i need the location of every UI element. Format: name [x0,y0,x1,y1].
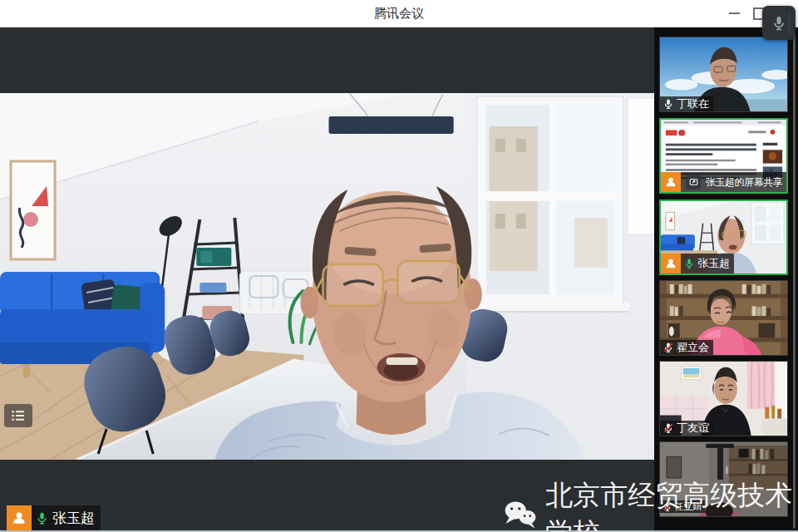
participant-label: 丁联在 [660,96,713,111]
participant-name: 任亚娟 [674,500,702,513]
window-title: 腾讯会议 [0,0,798,27]
microphone-icon [771,15,787,32]
meeting-window: 腾讯会议 [0,0,798,532]
participant-tile[interactable]: 翟立会 [659,280,788,356]
overlay-divider [789,12,790,33]
main-video-feed [0,93,654,460]
screen-share-tile[interactable]: 张玉超的屏幕共享 [659,118,788,194]
minimize-icon [729,12,740,14]
mic-status-overlay[interactable] [762,6,796,40]
mic-speaking-icon [683,258,695,269]
participant-tile[interactable]: 任亚娟 [659,441,788,517]
participant-label: 任亚娟 [660,500,705,513]
participant-name: 丁友谊 [677,421,709,436]
mic-muted-icon [663,342,674,353]
participant-tile[interactable]: 丁友谊 [659,361,788,436]
layout-list-toggle-button[interactable] [4,404,32,427]
participant-icon [7,505,32,530]
main-video-tile[interactable]: 张玉超 [0,27,654,532]
sidebar-scrollbar[interactable] [793,30,796,529]
screen-share-icon [686,175,701,190]
list-layout-icon [10,409,27,422]
participant-name: 丁联在 [677,96,709,111]
titlebar: 腾讯会议 [0,0,798,27]
speaker-name: 张玉超 [52,509,95,528]
participant-name: 张玉超 [697,256,730,271]
participant-icon [661,172,681,192]
participant-label: 丁友谊 [660,421,713,436]
participant-name: 张玉超的屏幕共享 [706,175,782,190]
mic-muted-icon [663,422,674,434]
mic-muted-icon [663,502,672,512]
main-speaker-label: 张玉超 [7,505,101,530]
participant-tile[interactable]: 丁联在 [659,37,788,112]
participant-label: 张玉超 [661,254,734,273]
screen-share-label: 张玉超的屏幕共享 [661,172,786,192]
mic-on-icon [663,98,674,110]
participant-label: 翟立会 [660,340,713,355]
participant-name: 翟立会 [677,340,709,355]
participant-sidebar: 丁联在 [654,27,798,532]
minimize-button[interactable] [722,0,746,27]
mic-on-icon [35,511,49,525]
participant-icon [661,254,681,273]
participant-tile[interactable]: 张玉超 [659,200,788,275]
